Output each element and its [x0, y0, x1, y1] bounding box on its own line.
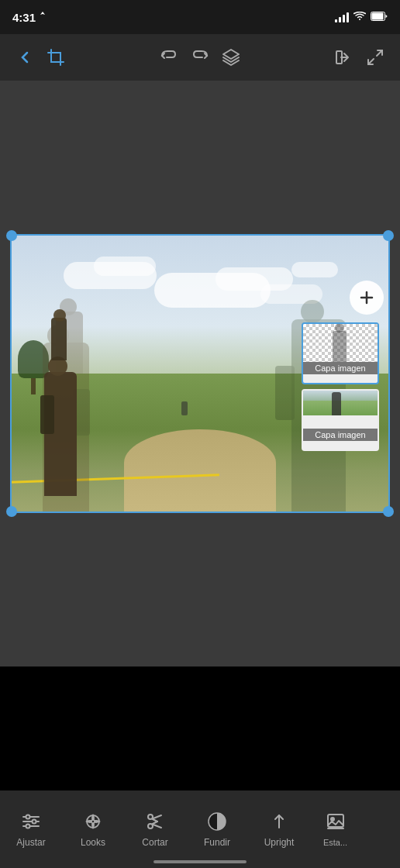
svg-point-12 — [91, 820, 95, 823]
undo-button[interactable] — [160, 48, 178, 67]
tool-esta[interactable]: Esta... — [310, 805, 360, 853]
tool-looks-label: Looks — [81, 837, 105, 848]
distant-figure — [181, 401, 188, 415]
layers-panel: Capa imagen Capa imagen — [302, 281, 387, 451]
tool-esta-label: Esta... — [323, 838, 347, 847]
upright-icon — [268, 811, 290, 832]
bottom-toolbar: Ajustar Looks Co — [0, 790, 400, 868]
svg-line-16 — [153, 825, 162, 828]
home-indicator — [153, 860, 247, 863]
battery-icon — [371, 11, 388, 23]
image-stack-icon — [325, 811, 347, 833]
image-container[interactable]: Capa imagen Capa imagen — [10, 234, 390, 513]
tool-ajustar[interactable]: Ajustar — [0, 804, 62, 854]
location-icon — [39, 12, 47, 22]
back-button[interactable] — [16, 48, 34, 67]
redo-button[interactable] — [191, 48, 209, 67]
wifi-icon — [353, 11, 366, 23]
main-toolbar — [0, 34, 400, 81]
status-icons — [335, 11, 388, 23]
tool-looks[interactable]: Looks — [62, 804, 124, 854]
tool-fundir-label: Fundir — [204, 837, 230, 848]
layer-2-label: Capa imagen — [303, 429, 378, 441]
layers-button[interactable] — [222, 48, 240, 67]
add-layer-button[interactable] — [350, 281, 384, 315]
tool-upright[interactable]: Upright — [248, 804, 310, 854]
svg-rect-1 — [372, 13, 384, 20]
layer-1-label: Capa imagen — [303, 362, 378, 374]
tool-ajustar-label: Ajustar — [16, 837, 45, 848]
signal-icon — [335, 12, 349, 22]
layer-2-thumb[interactable]: Capa imagen — [302, 389, 379, 451]
tool-cortar-label: Cortar — [142, 837, 167, 848]
scissors-icon — [144, 811, 166, 832]
crop-button[interactable] — [47, 48, 65, 67]
tool-upright-label: Upright — [264, 837, 295, 848]
tool-cortar[interactable]: Cortar — [124, 804, 186, 854]
ghost-left — [10, 248, 162, 513]
expand-button[interactable] — [366, 48, 384, 67]
svg-line-18 — [153, 822, 157, 824]
layer-1-thumb[interactable]: Capa imagen — [302, 322, 379, 384]
merge-icon — [206, 811, 228, 832]
svg-point-23 — [331, 818, 334, 821]
svg-point-10 — [26, 825, 30, 828]
share-button[interactable] — [335, 48, 353, 67]
svg-point-8 — [26, 815, 30, 819]
canvas-area: Capa imagen Capa imagen — [0, 81, 400, 666]
looks-icon — [82, 811, 104, 832]
svg-line-15 — [153, 815, 162, 819]
sliders-icon — [20, 811, 42, 832]
time-display: 4:31 — [12, 11, 36, 24]
tool-fundir[interactable]: Fundir — [186, 804, 248, 854]
status-bar: 4:31 — [0, 0, 400, 34]
svg-point-9 — [33, 820, 36, 824]
